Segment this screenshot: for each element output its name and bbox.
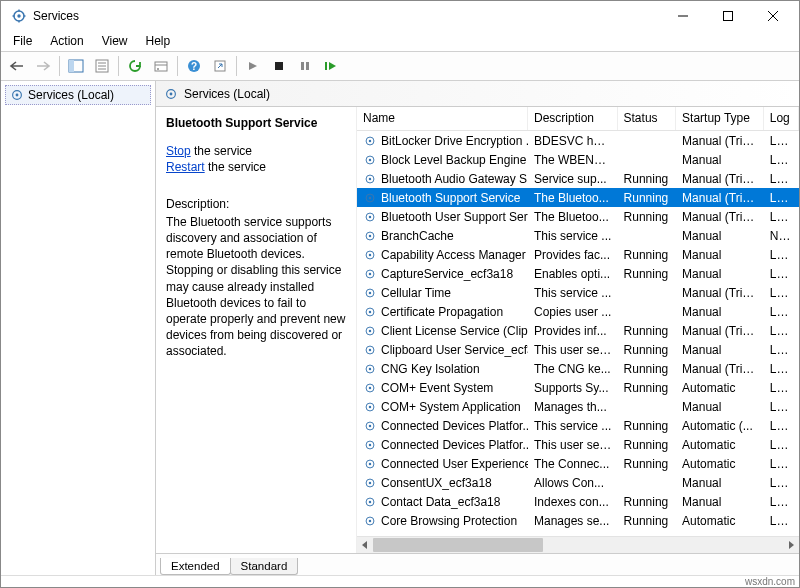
service-row[interactable]: Bluetooth Support ServiceThe Bluetoo...R…	[357, 188, 799, 207]
tab-extended[interactable]: Extended	[160, 558, 231, 575]
pause-service-button[interactable]	[293, 54, 317, 78]
svg-rect-11	[69, 60, 74, 72]
service-description: The Bluetoo...	[528, 209, 618, 225]
col-logon[interactable]: Log	[764, 107, 799, 130]
properties-button[interactable]	[149, 54, 173, 78]
col-description[interactable]: Description	[528, 107, 618, 130]
service-name: CaptureService_ecf3a18	[381, 267, 513, 281]
svg-point-63	[369, 443, 371, 445]
service-startup: Manual	[676, 494, 764, 510]
horizontal-scrollbar[interactable]	[357, 536, 799, 553]
col-status[interactable]: Status	[618, 107, 677, 130]
service-row[interactable]: Core Browsing ProtectionManages se...Run…	[357, 511, 799, 530]
service-row[interactable]: Clipboard User Service_ecf3...This user …	[357, 340, 799, 359]
service-row[interactable]: Contact Data_ecf3a18Indexes con...Runnin…	[357, 492, 799, 511]
service-status	[618, 311, 677, 313]
titlebar: Services	[1, 1, 799, 31]
service-status: Running	[618, 190, 677, 206]
service-name: COM+ System Application	[381, 400, 521, 414]
export-button[interactable]	[208, 54, 232, 78]
toolbar-separator	[118, 56, 119, 76]
service-row[interactable]: ConsentUX_ecf3a18Allows Con...ManualLoca	[357, 473, 799, 492]
service-status	[618, 159, 677, 161]
gear-icon	[363, 400, 377, 414]
gear-icon	[363, 229, 377, 243]
service-row[interactable]: Block Level Backup Engine ...The WBENG..…	[357, 150, 799, 169]
menu-action[interactable]: Action	[42, 32, 91, 50]
service-startup: Automatic	[676, 513, 764, 529]
gear-icon	[363, 191, 377, 205]
start-service-button[interactable]	[241, 54, 265, 78]
svg-point-27	[16, 94, 19, 97]
service-row[interactable]: Connected Devices Platfor...This user se…	[357, 435, 799, 454]
service-row[interactable]: Client License Service (ClipS...Provides…	[357, 321, 799, 340]
help-button[interactable]: ?	[182, 54, 206, 78]
service-description: Copies user ...	[528, 304, 618, 320]
back-button[interactable]	[5, 54, 29, 78]
service-name: Capability Access Manager ...	[381, 248, 528, 262]
right-pane-header: Services (Local)	[156, 81, 799, 107]
close-button[interactable]	[750, 2, 795, 30]
refresh-button[interactable]	[123, 54, 147, 78]
service-row[interactable]: CaptureService_ecf3a18Enables opti...Run…	[357, 264, 799, 283]
maximize-button[interactable]	[705, 2, 750, 30]
service-description: The Connec...	[528, 456, 618, 472]
service-logon: Loca	[764, 361, 799, 377]
svg-point-37	[369, 196, 371, 198]
svg-point-1	[17, 14, 20, 17]
service-logon: Loca	[764, 380, 799, 396]
gear-icon	[363, 514, 377, 528]
gear-icon	[363, 324, 377, 338]
service-row[interactable]: Cellular TimeThis service ...Manual (Tri…	[357, 283, 799, 302]
service-startup: Manual (Trig...	[676, 285, 764, 301]
scroll-left-arrow[interactable]	[357, 537, 373, 553]
service-row[interactable]: Bluetooth Audio Gateway S...Service sup.…	[357, 169, 799, 188]
show-hide-tree-button[interactable]	[64, 54, 88, 78]
menu-help[interactable]: Help	[138, 32, 179, 50]
service-description: Supports Sy...	[528, 380, 618, 396]
service-description: Provides inf...	[528, 323, 618, 339]
service-row[interactable]: Connected Devices Platfor...This service…	[357, 416, 799, 435]
stop-link[interactable]: Stop	[166, 144, 191, 158]
service-startup: Manual	[676, 475, 764, 491]
service-row[interactable]: COM+ Event SystemSupports Sy...RunningAu…	[357, 378, 799, 397]
content: Bluetooth Support Service Stop the servi…	[156, 107, 799, 553]
svg-point-35	[369, 177, 371, 179]
service-name: Bluetooth Support Service	[381, 191, 520, 205]
menu-file[interactable]: File	[5, 32, 40, 50]
col-startup[interactable]: Startup Type	[676, 107, 764, 130]
export-list-button[interactable]	[90, 54, 114, 78]
service-logon: Loca	[764, 342, 799, 358]
restart-link[interactable]: Restart	[166, 160, 205, 174]
service-row[interactable]: CNG Key IsolationThe CNG ke...RunningMan…	[357, 359, 799, 378]
gear-icon	[363, 248, 377, 262]
scroll-right-arrow[interactable]	[783, 537, 799, 553]
svg-rect-7	[723, 12, 732, 21]
list-pane: Name Description Status Startup Type Log…	[356, 107, 799, 553]
service-row[interactable]: BranchCacheThis service ...ManualNetv	[357, 226, 799, 245]
tree-node-services-local[interactable]: Services (Local)	[5, 85, 151, 105]
forward-button[interactable]	[31, 54, 55, 78]
service-status: Running	[618, 361, 677, 377]
service-row[interactable]: Connected User Experience...The Connec..…	[357, 454, 799, 473]
tab-standard[interactable]: Standard	[230, 558, 299, 575]
service-startup: Manual (Trig...	[676, 361, 764, 377]
gear-icon	[363, 343, 377, 357]
service-row[interactable]: Capability Access Manager ...Provides fa…	[357, 245, 799, 264]
minimize-button[interactable]	[660, 2, 705, 30]
col-name[interactable]: Name	[357, 107, 528, 130]
menu-view[interactable]: View	[94, 32, 136, 50]
restart-service-button[interactable]	[319, 54, 343, 78]
service-status: Running	[618, 437, 677, 453]
footer: wsxdn.com	[1, 575, 799, 587]
stop-service-button[interactable]	[267, 54, 291, 78]
service-row[interactable]: COM+ System ApplicationManages th...Manu…	[357, 397, 799, 416]
service-row[interactable]: Certificate PropagationCopies user ...Ma…	[357, 302, 799, 321]
service-logon: Loca	[764, 133, 799, 149]
tree-node-label: Services (Local)	[28, 88, 114, 102]
service-status: Running	[618, 266, 677, 282]
svg-point-45	[369, 272, 371, 274]
scroll-thumb[interactable]	[373, 538, 543, 552]
service-row[interactable]: BitLocker Drive Encryption ...BDESVC hos…	[357, 131, 799, 150]
service-row[interactable]: Bluetooth User Support Ser...The Bluetoo…	[357, 207, 799, 226]
